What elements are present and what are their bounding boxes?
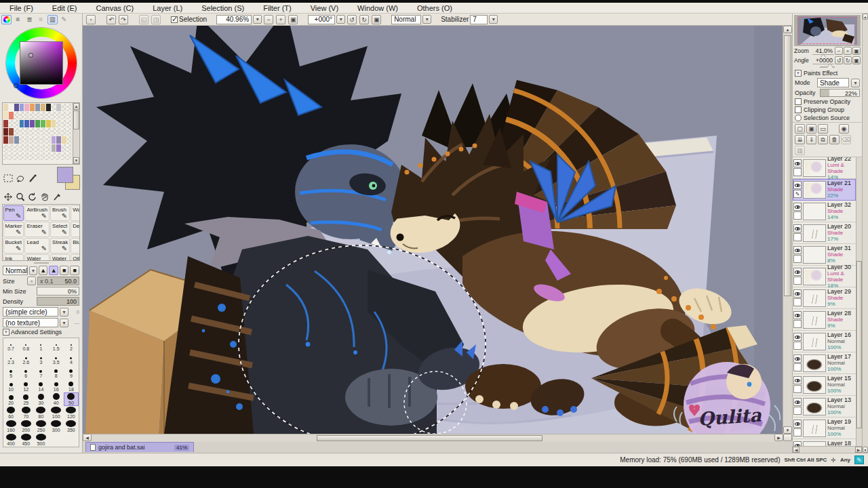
empty-swatch[interactable] [52,104,56,111]
layer-item-layer-22[interactable]: Layer 22Lumi & Shade14% [793,157,856,179]
hand-tool-icon[interactable] [39,191,50,202]
nav-zoom-in-icon[interactable]: + [844,47,852,55]
empty-swatch[interactable] [24,128,29,136]
empty-swatch[interactable] [62,104,66,111]
paints-effect-row[interactable]: + Paints Effect [793,69,862,77]
empty-swatch[interactable] [14,144,19,152]
layer-scrollbar[interactable] [856,157,862,446]
brush-size-40[interactable]: 40 [49,392,64,406]
brush-size-250[interactable]: 250 [33,420,48,433]
empty-swatch[interactable] [20,144,24,152]
color-swatch[interactable] [52,144,56,152]
brush-size-12[interactable]: 12 [18,379,33,392]
rotate-ccw-icon[interactable]: ↺ [347,15,357,24]
brush-size-2.3[interactable]: 2.3 [3,352,18,365]
color-swatch[interactable] [30,120,35,127]
tool-marker[interactable]: Marker✎ [3,222,24,237]
tool-water[interactable]: Water✎ [50,254,70,262]
layer-lock-box[interactable] [793,363,802,371]
empty-swatch[interactable] [35,128,40,136]
empty-swatch[interactable] [35,112,40,119]
empty-swatch[interactable] [46,144,51,152]
zoom-value-field[interactable]: 40.96% [216,15,252,24]
angle-value-field[interactable]: +000° [308,15,335,24]
menu-layer[interactable]: Layer (L) [143,4,192,12]
brush-size-3[interactable]: 3 [33,352,48,365]
color-wheel-tab-icon[interactable] [1,15,12,24]
color-swatch[interactable] [9,136,14,144]
empty-swatch[interactable] [56,152,61,160]
layer-lock-box[interactable] [793,168,802,176]
empty-swatch[interactable] [30,128,35,136]
new-layer-icon[interactable]: ▢ [795,124,805,134]
color-swatch[interactable] [56,104,61,111]
color-swatch[interactable] [14,104,19,111]
brush-size-350[interactable]: 350 [64,420,79,433]
color-swatch[interactable] [3,128,8,136]
layer-visibility-toggle[interactable] [793,376,802,384]
tool-select[interactable]: Select✎ [50,222,70,237]
layer-visibility-toggle[interactable] [793,224,802,232]
brush-size-200[interactable]: 200 [18,420,33,433]
active-pen-icon[interactable]: ✎ [793,190,802,198]
brush-size-30[interactable]: 30 [33,392,48,406]
brush-size-1[interactable]: 1 [33,338,48,352]
empty-swatch[interactable] [62,144,66,152]
color-swatch[interactable] [35,104,40,111]
empty-swatch[interactable] [41,144,45,152]
brush-size-120[interactable]: 120 [64,406,79,420]
layer-lock-box[interactable] [793,277,802,285]
tool-water[interactable]: Water✎ [24,254,50,262]
empty-swatch[interactable] [67,152,72,160]
color-swatch[interactable] [9,104,14,111]
rotate-cw-icon[interactable]: ↻ [359,15,369,24]
brush-shape-dropdown-icon[interactable] [60,308,68,317]
brush-size-18[interactable]: 18 [64,379,79,392]
brush-shape-select[interactable]: (simple circle) [3,307,58,317]
move-tool-icon[interactable] [2,191,14,202]
layer-item-layer-29[interactable]: Layer 29Shade9% [793,287,856,309]
empty-swatch[interactable] [14,120,19,127]
layer-hscrollbar[interactable]: ◀ ▶ [793,446,862,453]
empty-swatch[interactable] [46,136,51,144]
menu-selection[interactable]: Selection (S) [192,4,254,12]
brush-texture-dropdown-icon[interactable] [60,319,68,327]
advanced-settings-row[interactable]: + Advanced Settings [0,328,82,336]
nav-angle-reset-icon[interactable]: ▣ [852,56,861,64]
size-slider[interactable]: x 0.1 50.0 [37,277,79,285]
brush-size-3.5[interactable]: 3.5 [49,352,64,365]
eyedropper-icon[interactable] [51,191,62,202]
tool-streak[interactable]: Streak✎ [50,238,70,253]
empty-swatch[interactable] [30,112,35,119]
brush-size-14[interactable]: 14 [33,379,48,392]
clear-layer-icon[interactable]: ⌫ [841,135,851,144]
brush-size-10[interactable]: 10 [3,379,18,392]
brush-size-160[interactable]: 160 [3,420,18,433]
brush-size-9[interactable]: 9 [64,365,79,379]
layer-visibility-toggle[interactable] [793,333,802,341]
zoom-out-icon[interactable]: − [264,15,273,24]
stabilizer-value-field[interactable]: 7 [470,15,488,24]
scroll-up-icon[interactable]: ▲ [73,103,79,110]
primary-color-swatch[interactable] [57,167,73,183]
layer-visibility-toggle[interactable] [793,398,802,406]
layer-options-icon[interactable]: ◉ [839,124,849,134]
empty-swatch[interactable] [20,112,24,119]
nav-zoom-reset-icon[interactable]: ▣ [852,47,861,55]
layer-item-layer-13[interactable]: Layer 13Normal100% [793,396,856,418]
brush-size-400[interactable]: 400 [3,433,18,447]
layer-visibility-toggle[interactable] [793,246,802,254]
color-swatch[interactable] [3,120,8,127]
layer-item-layer-31[interactable]: Layer 31Shade8% [793,244,856,266]
brush-edge-flat-button[interactable]: ■ [70,266,79,275]
menu-view[interactable]: View (V) [301,4,348,12]
empty-swatch[interactable] [67,136,72,144]
nav-rotate-cw-icon[interactable]: ↻ [844,56,852,64]
color-swatch[interactable] [24,104,29,111]
color-swatch[interactable] [62,136,66,144]
preserve-opacity-row[interactable]: Preserve Opacity [793,98,862,106]
brush-edge-soft-button[interactable]: ▲ [49,266,58,275]
color-swatch[interactable] [56,136,61,144]
brush-size-300[interactable]: 300 [49,420,64,433]
menu-file[interactable]: File (F) [0,4,43,12]
